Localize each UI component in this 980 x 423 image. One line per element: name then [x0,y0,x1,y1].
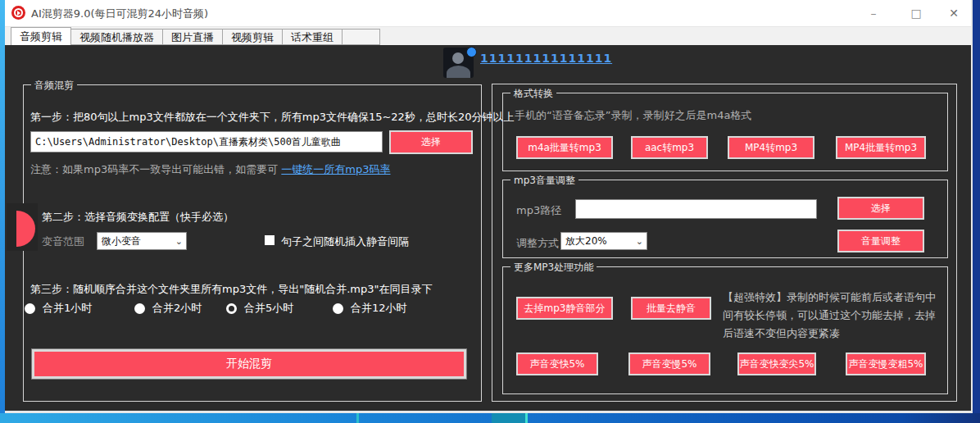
tab-script-recompose[interactable]: 话术重组 [283,29,343,45]
taskbar-teal-segment [492,413,527,423]
format-convert-group: 格式转换 手机的“语音备忘录”录制，录制好之后是m4a格式 m4a批量转mp3 … [502,93,948,171]
radio-icon [134,303,145,314]
voice-range-label: 变音范围 [42,234,84,249]
desktop-taskbar-strip [0,413,980,423]
tab-audio-edit[interactable]: 音频剪辑 [11,27,71,45]
avatar-online-badge-icon [466,47,477,57]
adjust-mode-select[interactable]: 放大20% ⌄ [560,232,647,250]
window-border-bottom [5,411,973,413]
start-mix-button[interactable]: 开始混剪 [32,349,466,379]
tab-video-random-player[interactable]: 视频随机播放器 [71,29,163,45]
merge-1h-radio[interactable]: 合并1小时 [25,301,92,316]
remove-silence-button[interactable]: 去掉mp3静音部分 [516,297,613,320]
step2-text: 第二步：选择音频变换配置（快手必选） [42,210,234,225]
window-border-right [971,0,973,413]
maximize-icon[interactable]: □ [905,4,928,22]
bitrate-note-text: 注意：如果mp3码率不一致导出可能出错，如需要可 [30,163,278,175]
tab-empty [343,29,380,45]
close-icon[interactable]: ✕ [942,4,965,22]
mp4-to-mp3-button[interactable]: MP4转mp3 [728,136,814,159]
app-screen: AI混剪器9.0(每日可混剪24小时音频) – □ ✕ 音频剪辑 视频随机播放器… [0,0,980,423]
format-convert-title: 格式转换 [510,87,556,101]
chevron-down-icon: ⌄ [175,236,183,247]
radio-selected-icon [226,303,237,314]
more-mp3-title: 更多MP3处理功能 [510,261,597,275]
radio-icon [25,303,35,314]
minimize-icon[interactable]: – [862,4,885,22]
tab-strip: 音频剪辑 视频随机播放器 图片直播 视频剪辑 话术重组 [11,27,380,45]
slower-deeper-5-button[interactable]: 声音变慢变粗5% [846,352,926,375]
taskbar-teal-line [525,413,528,423]
avatar-head [452,52,464,64]
silence-gap-label: 句子之间随机插入静音间隔 [281,234,409,249]
volume-adjust-title: mp3音量调整 [510,174,578,188]
tab-video-edit[interactable]: 视频剪辑 [223,29,283,45]
step3-text: 第三步：随机顺序合并这个文件夹里所有mp3文件，导出"随机合并.mp3"在同目录… [30,282,432,297]
merge-2h-radio[interactable]: 合并2小时 [134,301,202,316]
select-folder-button[interactable]: 选择 [389,130,473,154]
adjust-mode-value: 放大20% [565,234,607,248]
volume-adjust-group: mp3音量调整 mp3路径 选择 调整方式 放大20% ⌄ 音量调整 [502,180,948,258]
super-effect-hint: 【超强特效】录制的时候可能前后或者语句中间有较长停顿，可以通过这个功能去掉，去掉… [723,289,942,343]
unify-bitrate-link[interactable]: 一键统一所有mp3码率 [281,163,390,175]
tab-image-live[interactable]: 图片直播 [163,29,223,45]
right-panel: 格式转换 手机的“语音备忘录”录制，录制好之后是m4a格式 m4a批量转mp3 … [492,84,957,402]
voice-range-value: 微小变音 [102,234,141,248]
adjust-mode-label: 调整方式 [516,236,559,251]
merge-5h-radio[interactable]: 合并5小时 [226,301,293,316]
voice-range-select[interactable]: 微小变音 ⌄ [97,232,187,250]
format-hint: 手机的“语音备忘录”录制，录制好之后是m4a格式 [515,108,751,123]
step1-text: 第一步：把80句以上mp3文件都放在一个文件夹下，所有mp3文件确保15~22秒… [30,110,514,125]
mp4-batch-to-mp3-button[interactable]: MP4批量转mp3 [836,136,926,159]
avatar-shoulders [447,66,470,78]
desktop-edge-right [973,0,980,423]
more-mp3-group: 更多MP3处理功能 去掉mp3静音部分 批量去静音 【超强特效】录制的时候可能前… [502,266,948,394]
app-logo-icon [11,6,25,20]
silence-gap-checkbox[interactable] [265,235,274,245]
mp3-path-label: mp3路径 [516,203,561,218]
taskbar-teal-line [356,413,359,423]
volume-select-button[interactable]: 选择 [837,197,924,220]
m4a-batch-to-mp3-button[interactable]: m4a批量转mp3 [516,136,613,159]
aac-to-mp3-button[interactable]: aac转mp3 [631,136,708,159]
batch-remove-silence-button[interactable]: 批量去静音 [631,297,711,320]
radio-icon [333,303,343,314]
mp3-path-input[interactable] [575,199,817,219]
username-link[interactable]: 111111111111111 [480,52,612,65]
audio-mix-group-title: 音频混剪 [31,79,77,93]
merge-12h-radio[interactable]: 合并12小时 [333,301,407,316]
speed-up-5-button[interactable]: 声音变快5% [516,352,598,375]
window-title: AI混剪器9.0(每日可混剪24小时音频) [31,7,208,21]
mp3-folder-path-input[interactable]: C:\Users\Administrator\Desktop\直播素材类\500… [30,131,383,152]
bitrate-note: 注意：如果mp3码率不一致导出可能出错，如需要可 一键统一所有mp3码率 [30,162,391,177]
faster-sharper-5-button[interactable]: 声音变快变尖5% [737,352,816,375]
slow-down-5-button[interactable]: 声音变慢5% [628,352,710,375]
chevron-down-icon: ⌄ [636,236,643,247]
volume-adjust-button[interactable]: 音量调整 [837,230,924,252]
audio-mix-group: 音频混剪 第一步：把80句以上mp3文件都放在一个文件夹下，所有mp3文件确保1… [23,84,482,402]
